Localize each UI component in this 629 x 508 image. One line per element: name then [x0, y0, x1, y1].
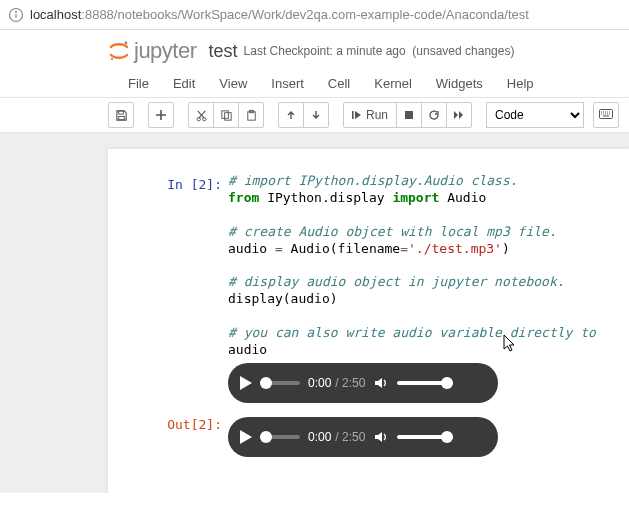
code-content[interactable]: # import IPython.display.Audio class. fr… [228, 173, 629, 359]
volume-icon[interactable] [373, 375, 389, 391]
play-button[interactable] [240, 376, 252, 390]
code-cell[interactable]: In [2]: # import IPython.display.Audio c… [108, 173, 629, 407]
menu-cell[interactable]: Cell [316, 70, 362, 97]
menu-kernel[interactable]: Kernel [362, 70, 424, 97]
volume-icon[interactable] [373, 429, 389, 445]
keyboard-icon [599, 109, 613, 121]
move-up-button[interactable] [278, 102, 304, 128]
command-palette-button[interactable] [593, 102, 619, 128]
paste-icon [245, 109, 258, 122]
menu-edit[interactable]: Edit [161, 70, 207, 97]
save-button[interactable] [108, 102, 134, 128]
volume-slider[interactable] [397, 435, 453, 439]
svg-rect-6 [118, 116, 124, 119]
volume-slider[interactable] [397, 381, 453, 385]
jupyter-logo[interactable]: jupyter [108, 38, 197, 64]
run-label: Run [366, 108, 388, 122]
restart-run-all-button[interactable] [446, 102, 472, 128]
volume-thumb[interactable] [441, 431, 453, 443]
menu-widgets[interactable]: Widgets [424, 70, 495, 97]
svg-point-4 [111, 58, 113, 60]
cut-icon [195, 109, 208, 122]
scrub-thumb[interactable] [260, 431, 272, 443]
interrupt-button[interactable] [396, 102, 422, 128]
run-button[interactable]: Run [343, 102, 397, 128]
jupyter-logo-text: jupyter [134, 38, 197, 64]
time-current: 0:00 [308, 376, 331, 390]
svg-rect-2 [15, 14, 16, 18]
svg-point-3 [125, 42, 128, 45]
scrub-track[interactable] [260, 381, 300, 385]
output-cell: Out[2]: 0:00 / 2:50 [108, 413, 629, 461]
info-icon [8, 7, 24, 23]
plus-icon [155, 109, 167, 121]
celltype-select[interactable]: Code [486, 102, 584, 128]
svg-rect-14 [405, 111, 413, 119]
menu-help[interactable]: Help [495, 70, 546, 97]
arrow-down-icon [310, 109, 322, 121]
browser-url-bar: localhost:8888/notebooks/WorkSpace/Work/… [0, 0, 629, 30]
notebook-area: In [2]: # import IPython.display.Audio c… [0, 133, 629, 493]
output-prompt: Out[2]: [108, 413, 228, 461]
stop-icon [404, 110, 414, 120]
audio-player[interactable]: 0:00 / 2:50 [228, 417, 498, 457]
save-icon [115, 109, 128, 122]
jupyter-header: jupyter test Last Checkpoint: a minute a… [0, 30, 629, 133]
time-duration: / 2:50 [335, 430, 365, 444]
audio-player[interactable]: 0:00 / 2:50 [228, 363, 498, 403]
scrub-thumb[interactable] [260, 377, 272, 389]
restart-icon [428, 109, 440, 121]
menu-view[interactable]: View [207, 70, 259, 97]
url-text[interactable]: localhost:8888/notebooks/WorkSpace/Work/… [30, 7, 529, 22]
svg-rect-9 [221, 110, 228, 117]
code-cell-body[interactable]: # import IPython.display.Audio class. fr… [228, 173, 629, 407]
move-down-button[interactable] [303, 102, 329, 128]
svg-point-1 [15, 11, 17, 13]
svg-rect-10 [224, 112, 231, 119]
paste-button[interactable] [238, 102, 264, 128]
checkpoint-text: Last Checkpoint: a minute ago (unsaved c… [244, 44, 515, 58]
notebook-page: In [2]: # import IPython.display.Audio c… [108, 149, 629, 493]
scrub-track[interactable] [260, 435, 300, 439]
menu-bar: FileEditViewInsertCellKernelWidgetsHelp [0, 70, 629, 98]
restart-button[interactable] [421, 102, 447, 128]
time-current: 0:00 [308, 430, 331, 444]
arrow-up-icon [285, 109, 297, 121]
volume-thumb[interactable] [441, 377, 453, 389]
input-prompt: In [2]: [108, 173, 228, 407]
time-duration: / 2:50 [335, 376, 365, 390]
menu-file[interactable]: File [116, 70, 161, 97]
notebook-name[interactable]: test [209, 41, 238, 62]
jupyter-logo-icon [108, 40, 130, 62]
insert-cell-button[interactable] [148, 102, 174, 128]
play-button[interactable] [240, 430, 252, 444]
run-icon [352, 110, 362, 120]
copy-button[interactable] [213, 102, 239, 128]
menu-insert[interactable]: Insert [259, 70, 316, 97]
fast-forward-icon [453, 109, 465, 121]
svg-rect-13 [352, 111, 354, 119]
cut-button[interactable] [188, 102, 214, 128]
toolbar: Run Code [0, 98, 629, 133]
copy-icon [220, 109, 233, 122]
